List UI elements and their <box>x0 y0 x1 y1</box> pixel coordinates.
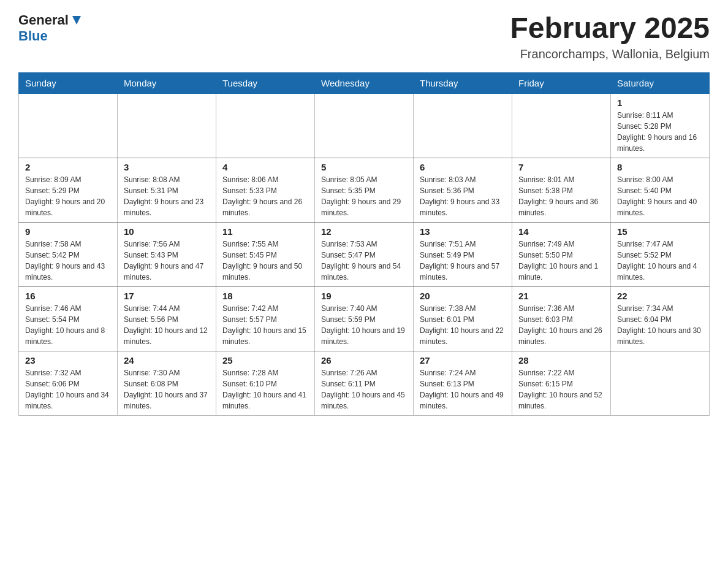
day-info: Sunrise: 7:53 AMSunset: 5:47 PMDaylight:… <box>321 239 407 283</box>
day-number: 18 <box>222 291 308 301</box>
calendar-cell: 4Sunrise: 8:06 AMSunset: 5:33 PMDaylight… <box>216 158 315 222</box>
day-info: Sunrise: 8:06 AMSunset: 5:33 PMDaylight:… <box>222 174 308 218</box>
calendar-cell: 21Sunrise: 7:36 AMSunset: 6:03 PMDayligh… <box>512 286 611 351</box>
day-number: 28 <box>518 355 604 366</box>
calendar-cell: 8Sunrise: 8:00 AMSunset: 5:40 PMDaylight… <box>611 158 710 222</box>
day-info: Sunrise: 8:08 AMSunset: 5:31 PMDaylight:… <box>124 174 210 218</box>
title-section: February 2025 Francorchamps, Wallonia, B… <box>510 12 710 61</box>
day-info: Sunrise: 7:34 AMSunset: 6:04 PMDaylight:… <box>617 303 703 347</box>
day-number: 8 <box>617 162 703 172</box>
day-info: Sunrise: 7:56 AMSunset: 5:43 PMDaylight:… <box>124 239 210 283</box>
day-info: Sunrise: 7:58 AMSunset: 5:42 PMDaylight:… <box>25 239 111 283</box>
calendar-cell: 13Sunrise: 7:51 AMSunset: 5:49 PMDayligh… <box>414 222 512 286</box>
day-number: 16 <box>25 291 111 301</box>
calendar-cell: 22Sunrise: 7:34 AMSunset: 6:04 PMDayligh… <box>611 286 710 351</box>
day-info: Sunrise: 8:11 AMSunset: 5:28 PMDaylight:… <box>617 110 703 154</box>
header-saturday: Saturday <box>611 72 710 93</box>
day-info: Sunrise: 8:05 AMSunset: 5:35 PMDaylight:… <box>321 174 407 218</box>
day-number: 15 <box>617 226 703 237</box>
calendar-cell: 11Sunrise: 7:55 AMSunset: 5:45 PMDayligh… <box>216 222 315 286</box>
day-info: Sunrise: 7:26 AMSunset: 6:11 PMDaylight:… <box>321 367 407 412</box>
calendar-cell: 16Sunrise: 7:46 AMSunset: 5:54 PMDayligh… <box>19 286 118 351</box>
calendar-cell: 7Sunrise: 8:01 AMSunset: 5:38 PMDaylight… <box>512 158 611 222</box>
day-number: 7 <box>518 162 604 172</box>
calendar-cell: 12Sunrise: 7:53 AMSunset: 5:47 PMDayligh… <box>315 222 414 286</box>
week-row-1: 1Sunrise: 8:11 AMSunset: 5:28 PMDaylight… <box>19 93 710 158</box>
calendar-cell: 25Sunrise: 7:28 AMSunset: 6:10 PMDayligh… <box>216 351 315 415</box>
day-info: Sunrise: 7:36 AMSunset: 6:03 PMDaylight:… <box>518 303 604 347</box>
logo-blue-text: Blue <box>18 28 83 44</box>
day-number: 24 <box>124 355 210 366</box>
day-info: Sunrise: 7:55 AMSunset: 5:45 PMDaylight:… <box>222 239 308 283</box>
day-number: 9 <box>25 226 111 237</box>
day-number: 19 <box>321 291 407 301</box>
day-number: 5 <box>321 162 407 172</box>
week-row-4: 16Sunrise: 7:46 AMSunset: 5:54 PMDayligh… <box>19 286 710 351</box>
calendar-cell: 26Sunrise: 7:26 AMSunset: 6:11 PMDayligh… <box>315 351 414 415</box>
calendar-table: SundayMondayTuesdayWednesdayThursdayFrid… <box>18 72 710 416</box>
day-number: 14 <box>518 226 604 237</box>
day-info: Sunrise: 7:51 AMSunset: 5:49 PMDaylight:… <box>420 239 506 283</box>
calendar-cell: 19Sunrise: 7:40 AMSunset: 5:59 PMDayligh… <box>315 286 414 351</box>
calendar-cell: 3Sunrise: 8:08 AMSunset: 5:31 PMDaylight… <box>118 158 216 222</box>
header-wednesday: Wednesday <box>315 72 414 93</box>
calendar-cell <box>414 93 512 158</box>
day-number: 10 <box>124 226 210 237</box>
calendar-header-row: SundayMondayTuesdayWednesdayThursdayFrid… <box>19 72 710 93</box>
day-number: 13 <box>420 226 506 237</box>
page-header: General Blue February 2025 Francorchamps… <box>18 12 710 61</box>
day-number: 23 <box>25 355 111 366</box>
header-sunday: Sunday <box>19 72 118 93</box>
day-number: 26 <box>321 355 407 366</box>
week-row-2: 2Sunrise: 8:09 AMSunset: 5:29 PMDaylight… <box>19 158 710 222</box>
day-info: Sunrise: 7:46 AMSunset: 5:54 PMDaylight:… <box>25 303 111 347</box>
day-info: Sunrise: 8:01 AMSunset: 5:38 PMDaylight:… <box>518 174 604 218</box>
day-info: Sunrise: 7:30 AMSunset: 6:08 PMDaylight:… <box>124 367 210 412</box>
logo: General Blue <box>18 12 83 44</box>
calendar-cell: 23Sunrise: 7:32 AMSunset: 6:06 PMDayligh… <box>19 351 118 415</box>
day-number: 2 <box>25 162 111 172</box>
calendar-cell: 15Sunrise: 7:47 AMSunset: 5:52 PMDayligh… <box>611 222 710 286</box>
calendar-cell <box>19 93 118 158</box>
day-info: Sunrise: 7:38 AMSunset: 6:01 PMDaylight:… <box>420 303 506 347</box>
calendar-cell <box>512 93 611 158</box>
day-info: Sunrise: 7:24 AMSunset: 6:13 PMDaylight:… <box>420 367 506 412</box>
calendar-cell <box>315 93 414 158</box>
calendar-cell: 2Sunrise: 8:09 AMSunset: 5:29 PMDaylight… <box>19 158 118 222</box>
logo-general-text: General <box>18 12 69 28</box>
day-number: 12 <box>321 226 407 237</box>
day-number: 27 <box>420 355 506 366</box>
calendar-cell: 18Sunrise: 7:42 AMSunset: 5:57 PMDayligh… <box>216 286 315 351</box>
calendar-cell: 17Sunrise: 7:44 AMSunset: 5:56 PMDayligh… <box>118 286 216 351</box>
calendar-cell: 6Sunrise: 8:03 AMSunset: 5:36 PMDaylight… <box>414 158 512 222</box>
day-info: Sunrise: 7:42 AMSunset: 5:57 PMDaylight:… <box>222 303 308 347</box>
svg-marker-0 <box>72 16 81 25</box>
day-info: Sunrise: 8:09 AMSunset: 5:29 PMDaylight:… <box>25 174 111 218</box>
header-tuesday: Tuesday <box>216 72 315 93</box>
calendar-cell: 20Sunrise: 7:38 AMSunset: 6:01 PMDayligh… <box>414 286 512 351</box>
calendar-cell: 28Sunrise: 7:22 AMSunset: 6:15 PMDayligh… <box>512 351 611 415</box>
calendar-cell <box>216 93 315 158</box>
calendar-cell: 1Sunrise: 8:11 AMSunset: 5:28 PMDaylight… <box>611 93 710 158</box>
day-number: 3 <box>124 162 210 172</box>
week-row-5: 23Sunrise: 7:32 AMSunset: 6:06 PMDayligh… <box>19 351 710 415</box>
header-monday: Monday <box>118 72 216 93</box>
day-info: Sunrise: 7:49 AMSunset: 5:50 PMDaylight:… <box>518 239 604 283</box>
day-number: 22 <box>617 291 703 301</box>
day-info: Sunrise: 7:28 AMSunset: 6:10 PMDaylight:… <box>222 367 308 412</box>
month-title: February 2025 <box>510 12 710 45</box>
day-info: Sunrise: 7:40 AMSunset: 5:59 PMDaylight:… <box>321 303 407 347</box>
calendar-cell <box>118 93 216 158</box>
day-info: Sunrise: 8:00 AMSunset: 5:40 PMDaylight:… <box>617 174 703 218</box>
header-thursday: Thursday <box>414 72 512 93</box>
day-number: 21 <box>518 291 604 301</box>
location-title: Francorchamps, Wallonia, Belgium <box>510 47 710 61</box>
header-friday: Friday <box>512 72 611 93</box>
day-number: 17 <box>124 291 210 301</box>
calendar-cell: 27Sunrise: 7:24 AMSunset: 6:13 PMDayligh… <box>414 351 512 415</box>
week-row-3: 9Sunrise: 7:58 AMSunset: 5:42 PMDaylight… <box>19 222 710 286</box>
day-number: 20 <box>420 291 506 301</box>
day-info: Sunrise: 7:47 AMSunset: 5:52 PMDaylight:… <box>617 239 703 283</box>
calendar-cell: 10Sunrise: 7:56 AMSunset: 5:43 PMDayligh… <box>118 222 216 286</box>
day-info: Sunrise: 7:32 AMSunset: 6:06 PMDaylight:… <box>25 367 111 412</box>
